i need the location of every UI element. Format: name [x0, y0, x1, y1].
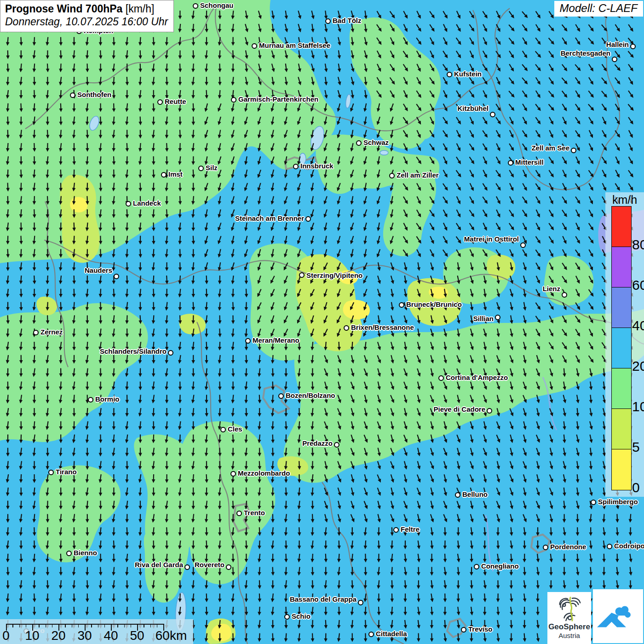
city-marker-cortina-d-ampezzo [438, 375, 444, 381]
page-title: Prognose Wind 700hPa [km/h] [5, 2, 168, 15]
city-label-bozen-bolzano: Bozen/Bolzano [286, 391, 335, 399]
city-label-riva-del-garda: Riva del Garda [135, 561, 183, 569]
city-label-bormio: Bormio [95, 395, 120, 403]
city-label-pieve-di-cadore: Pieve di Cadore [433, 405, 485, 413]
mountain-cloud-icon [593, 596, 634, 637]
city-marker-schwaz [356, 140, 362, 146]
city-label-lienz: Lienz [543, 285, 560, 293]
city-marker-meran-merano [245, 338, 251, 344]
city-marker-pordenone [543, 545, 548, 550]
city-marker-silz [198, 166, 204, 171]
city-marker-sillian [495, 315, 500, 320]
city-marker-bormio [88, 397, 93, 402]
city-label-imst: Imst [168, 170, 183, 178]
geosphere-contour-icon [555, 595, 584, 623]
city-marker-kitzb-hel [490, 112, 495, 117]
city-label-belluno: Belluno [462, 490, 488, 498]
scalebar-tick [144, 624, 144, 627]
city-label-matrei-in-osttirol: Matrei in Osttirol [464, 235, 519, 243]
city-marker-matrei-in-osttirol [520, 242, 526, 248]
city-label-zell-am-see: Zell am See [531, 144, 569, 152]
city-marker-innsbruck [293, 164, 299, 169]
city-marker-rovereto [226, 564, 231, 570]
city-label-sonthofen: Sonthofen [77, 91, 111, 98]
city-marker-zell-am-ziller [389, 173, 395, 178]
mountain-cloud-logo [593, 589, 643, 643]
city-label-nauders: Nauders [85, 266, 112, 274]
city-label-cortina-d-ampezzo: Cortina d'Ampezzo [446, 374, 508, 381]
legend-color-60 [612, 247, 631, 288]
scalebar-tick [65, 624, 66, 627]
city-marker-pieve-di-cadore [487, 408, 492, 414]
city-label-bassano-del-grappa: Bassano del Grappa [290, 595, 356, 603]
model-label: Modell: C-LAEF [560, 2, 638, 14]
city-marker-tirano [48, 470, 54, 475]
city-label-schlanders-silandro: Schlanders/Silandro [100, 347, 167, 355]
city-label-innsbruck: Innsbruck [300, 162, 334, 170]
city-label-steinach-am-brenner: Steinach am Brenner [235, 214, 304, 222]
title-box: Prognose Wind 700hPa [km/h] Donnerstag, … [0, 0, 174, 32]
city-label-treviso: Treviso [468, 625, 493, 633]
legend-tick-label-60: 60 [632, 277, 644, 293]
scalebar-tick [12, 624, 13, 627]
city-marker-zernez [33, 330, 39, 335]
city-marker-schlanders-silandro [168, 350, 173, 356]
city-label-mittersill: Mittersill [515, 158, 544, 166]
scalebar-label-30: 30 [77, 628, 92, 643]
scalebar-tick [72, 624, 73, 627]
city-marker-lienz [562, 292, 567, 298]
city-marker-mittersill [508, 160, 513, 166]
city-label-berchtesgaden: Berchtesgaden [561, 49, 610, 57]
city-marker-garmisch-partenkirchen [231, 97, 236, 103]
city-marker-cittadella [368, 632, 374, 637]
city-label-tirano: Tirano [56, 468, 77, 476]
city-label-cles: Cles [228, 425, 242, 433]
scalebar-label-10: 10 [25, 628, 39, 643]
city-marker-mezzolombardo [230, 471, 236, 477]
city-label-garmisch-partenkirchen: Garmisch-Partenkirchen [238, 95, 318, 103]
city-label-bad-t-lz: Bad Tölz [333, 17, 362, 24]
city-marker-bienno [66, 551, 72, 556]
city-marker-trento [236, 511, 242, 516]
city-marker-imst [161, 172, 167, 178]
city-marker-kufstein [447, 72, 452, 77]
legend-tick-label-80: 80 [632, 237, 644, 253]
city-label-codroipo: Codroipo [614, 542, 644, 550]
model-box: Modell: C-LAEF [554, 1, 643, 17]
legend-tick-label-0: 0 [632, 480, 640, 495]
scalebar-tick [46, 624, 46, 627]
city-marker-berchtesgaden [612, 57, 617, 62]
city-marker-zell-am-see [571, 148, 576, 153]
city-label-schwaz: Schwaz [363, 138, 389, 146]
city-label-cittadella: Cittadella [376, 630, 407, 638]
city-marker-landeck [126, 201, 131, 207]
city-label-zernez: Zernez [40, 328, 63, 336]
legend-tick-label-20: 20 [632, 358, 644, 374]
city-marker-reutte [157, 99, 163, 105]
city-marker-nauders [114, 274, 119, 279]
city-marker-murnau-am-staffelsee [252, 43, 257, 49]
legend-tick-label-5: 5 [632, 439, 640, 455]
city-label-sillian: Sillian [473, 315, 494, 322]
legend-color-0 [612, 449, 631, 490]
city-marker-cles [220, 427, 226, 432]
title-unit: [km/h] [126, 3, 155, 15]
city-marker-bozen-bolzano [278, 393, 284, 399]
legend-color-20 [612, 328, 631, 368]
scalebar-tick [117, 624, 118, 627]
legend-color-bar [611, 206, 632, 490]
city-label-sterzing-vipiteno: Sterzing/Vipiteno [306, 271, 362, 279]
geosphere-logo-text: GeoSphere [547, 622, 591, 632]
legend-color-80 [612, 207, 631, 247]
forecast-datetime: Donnerstag, 10.07.2025 16:00 Uhr [5, 15, 168, 28]
city-label-zell-am-ziller: Zell am Ziller [397, 171, 439, 179]
scalebar-tick [157, 624, 158, 627]
city-label-brixen-bressanone: Brixen/Bressanone [351, 323, 414, 331]
scalebar-tick [104, 624, 105, 627]
scalebar-label-0: 0 [2, 628, 10, 643]
scale-bar-ruler: 0102030405060km [0, 619, 193, 644]
scalebar-label-40: 40 [104, 628, 118, 643]
city-marker-sterzing-vipiteno [299, 272, 305, 278]
legend-tick-label-40: 40 [632, 318, 644, 334]
scalebar-tick [131, 624, 132, 627]
